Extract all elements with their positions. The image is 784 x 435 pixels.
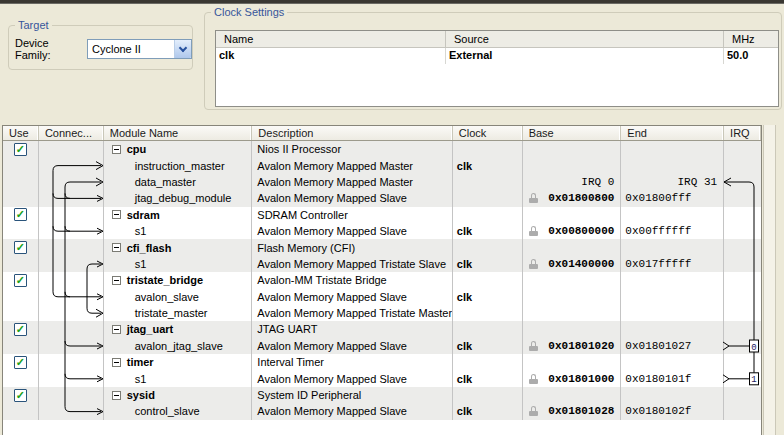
port-row[interactable]: data_masterAvalon Memory Mapped MasterIR… [3,174,761,190]
module-name-cell[interactable]: instruction_master [104,157,253,173]
column-header-clock[interactable]: Clock [453,126,523,140]
clock-cell[interactable] [453,207,523,223]
use-checkbox[interactable]: ✓ [14,241,27,254]
clock-cell[interactable] [453,190,523,206]
vertical-scrollbar-track[interactable] [763,125,776,435]
column-header-irq[interactable]: IRQ [724,126,761,140]
irq-cell[interactable] [724,207,761,223]
module-name-cell[interactable]: jtag_debug_module [104,190,253,206]
use-checkbox[interactable]: ✓ [14,323,27,336]
module-name-cell[interactable]: sdram [104,207,253,223]
column-header-description[interactable]: Description [252,126,452,140]
clock-mhz-cell[interactable]: 50.0 [724,48,778,64]
base-address-cell[interactable]: 0x01801028 [523,403,622,419]
port-row[interactable]: jtag_debug_moduleAvalon Memory Mapped Sl… [3,190,761,206]
port-row[interactable]: avalon_jtag_slaveAvalon Memory Mapped Sl… [3,338,761,354]
column-header-end[interactable]: End [621,126,724,140]
connections-cell[interactable] [39,207,104,223]
connections-cell[interactable] [39,354,104,370]
irq-cell[interactable] [724,272,761,288]
port-row[interactable]: control_slaveAvalon Memory Mapped Slavec… [3,403,761,419]
base-address-cell[interactable] [523,157,622,173]
connections-cell[interactable] [39,272,104,288]
tree-collapse-icon[interactable] [112,391,121,400]
connections-cell[interactable] [39,256,104,272]
irq-cell[interactable] [724,354,761,370]
connections-cell[interactable] [39,321,104,337]
module-name-cell[interactable]: cfi_flash [104,239,253,255]
connections-cell[interactable] [39,370,104,386]
clock-cell[interactable] [453,141,523,157]
connections-cell[interactable] [39,141,104,157]
module-row[interactable]: ✓jtag_uartJTAG UART [3,321,761,337]
tree-collapse-icon[interactable] [112,358,121,367]
unlock-icon[interactable] [529,374,538,384]
base-address-cell[interactable] [523,305,622,321]
module-name-cell[interactable]: avalon_jtag_slave [104,338,253,354]
irq-cell[interactable] [724,370,761,386]
irq-cell[interactable] [724,289,761,305]
irq-cell[interactable] [724,239,761,255]
module-name-cell[interactable]: cpu [104,141,253,157]
module-name-cell[interactable]: data_master [104,174,253,190]
base-address-cell[interactable] [523,289,622,305]
column-header-base[interactable]: Base [523,126,622,140]
port-row[interactable]: s1Avalon Memory Mapped Tristate Slaveclk… [3,256,761,272]
clock-column-header-mhz[interactable]: MHz [724,31,778,47]
base-address-cell[interactable] [523,141,622,157]
module-name-cell[interactable]: control_slave [104,403,253,419]
unlock-icon[interactable] [529,341,538,351]
device-family-select[interactable]: Cyclone II [87,39,192,59]
connections-cell[interactable] [39,223,104,239]
port-row[interactable]: s1Avalon Memory Mapped Slaveclk0x0180100… [3,370,761,386]
base-address-cell[interactable] [523,354,622,370]
clock-cell[interactable] [453,321,523,337]
base-address-cell[interactable]: 0x01801000 [523,370,622,386]
tree-collapse-icon[interactable] [112,325,121,334]
irq-cell[interactable] [724,190,761,206]
port-row[interactable]: tristate_masterAvalon Memory Mapped Tris… [3,305,761,321]
column-header-connections[interactable]: Connec... [39,126,104,140]
irq-cell[interactable] [724,141,761,157]
irq-cell[interactable] [724,223,761,239]
base-address-cell[interactable]: IRQ 0 [523,174,622,190]
base-address-cell[interactable] [523,239,622,255]
column-header-module-name[interactable]: Module Name [104,126,253,140]
module-name-cell[interactable]: avalon_slave [104,289,253,305]
connections-cell[interactable] [39,305,104,321]
clock-source-cell[interactable]: External [446,48,724,64]
clock-cell[interactable]: clk [453,256,523,272]
module-row[interactable]: ✓cpuNios II Processor [3,141,761,157]
module-name-cell[interactable]: s1 [104,256,253,272]
connections-cell[interactable] [39,239,104,255]
module-row[interactable]: ✓sdramSDRAM Controller [3,207,761,223]
module-name-cell[interactable]: tristate_master [104,305,253,321]
module-row[interactable]: ✓sysidSystem ID Peripheral [3,387,761,403]
use-checkbox[interactable]: ✓ [14,274,27,287]
clock-cell[interactable]: clk [453,223,523,239]
base-address-cell[interactable]: 0x01801020 [523,338,622,354]
connections-cell[interactable] [39,174,104,190]
base-address-cell[interactable]: 0x00800000 [523,223,622,239]
irq-cell[interactable] [724,305,761,321]
device-family-dropdown-button[interactable] [174,40,191,58]
clock-cell[interactable]: clk [453,403,523,419]
clock-cell[interactable]: clk [453,289,523,305]
module-name-cell[interactable]: timer [104,354,253,370]
unlock-icon[interactable] [529,406,538,416]
module-name-cell[interactable]: tristate_bridge [104,272,253,288]
connections-cell[interactable] [39,157,104,173]
irq-cell[interactable] [724,403,761,419]
clock-cell[interactable] [453,354,523,370]
port-row[interactable]: s1Avalon Memory Mapped Slaveclk0x0080000… [3,223,761,239]
connections-cell[interactable] [39,338,104,354]
irq-cell[interactable] [724,174,761,190]
irq-cell[interactable] [724,256,761,272]
base-address-cell[interactable] [523,387,622,403]
module-name-cell[interactable]: s1 [104,370,253,386]
clock-cell[interactable] [453,174,523,190]
clock-column-header-name[interactable]: Name [216,31,446,47]
clock-cell[interactable]: clk [453,157,523,173]
base-address-cell[interactable]: 0x01800800 [523,190,622,206]
clock-cell[interactable]: clk [453,338,523,354]
